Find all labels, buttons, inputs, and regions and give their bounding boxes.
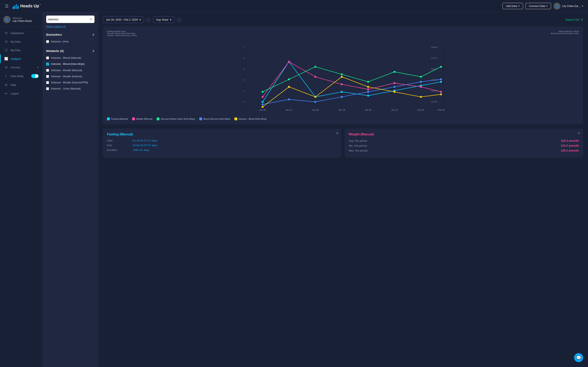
checkbox-ketones-blood-manual[interactable]: Ketones - Blood (Manual) [46,55,95,61]
chart-legend: ✓ Fasting (Manual) ✓ Weight (Manual) ✓ G… [107,115,579,120]
svg-point-48 [288,86,290,88]
weight-max-label: Max. this period [349,149,367,152]
ketones-blood-keto-mojo-label: Ketones - Blood (Keto-Mojo) [51,62,85,66]
checkbox-ketones-breath-manual[interactable]: Ketones - Breath (Manual) [46,67,95,73]
svg-text:1: 1 [243,90,244,92]
chart-container: Fasting (Manual), days Glucose:Ketone In… [103,26,583,124]
search-input[interactable] [48,18,90,21]
divider-1 [46,30,95,31]
avg-button[interactable]: Avg: None ▾ [153,16,174,23]
chat-icon: 💬 [576,355,581,360]
sidebar-label-dashboard: Dashboard [11,32,39,35]
weight-card-title: Weight (Manual) [349,133,579,136]
legend-blood-glucose[interactable]: ✓ Blood Glucose (Keto-Mojo) [199,117,230,120]
sidebar-item-dashboard[interactable]: ⊙ Dashboard [0,29,43,37]
sidebar-welcome: 👤 Welcome Lily Chien-Davis [0,12,43,27]
svg-text:Feb 01: Feb 01 [417,109,424,111]
search-clear-icon[interactable]: ✕ [90,17,92,21]
legend-weight[interactable]: ✓ Weight (Manual) [132,117,153,120]
svg-text:129.05: 129.05 [431,47,437,48]
fasting-duration-value: 168h 0m days [133,149,149,151]
export-csv-button[interactable]: Export CSV ⬇ [566,18,583,21]
svg-point-29 [420,86,422,88]
sidebar-label-help: Help [11,83,39,86]
logout-icon: ↩ [4,92,8,95]
connect-data-button[interactable]: Connect Data ▾ [526,3,551,9]
checkbox-ketones-breath-ketonix[interactable]: Ketones - Breath (Ketonix) [46,73,95,80]
search-panel: ✕ Reset markers (5) Biomarkers ∧ Ketones… [43,12,98,367]
sidebar-item-help[interactable]: ⊙ Help [0,81,43,89]
account-chevron: ▾ [37,66,39,69]
svg-text:122.55: 122.55 [431,100,437,103]
sidebar-item-my-data[interactable]: ⊙ My Data [0,37,43,46]
metabolic-title: Metabolic (4) [46,49,64,53]
sidebar-label-analyzer: Analyzer [11,57,39,60]
weight-max-value: 128.4 pounds [561,149,579,152]
avg-text: Avg: None [156,18,168,21]
svg-text:Jan 30: Jan 30 [365,109,371,111]
hamburger-icon[interactable]: ☰ [5,4,9,8]
legend-gki[interactable]: ✓ Glucose:Ketone Index (Keto-Mojo) [156,117,195,120]
user-area[interactable]: 👤 Lily Chien-Da... ▾ [553,3,583,9]
svg-text:3: 3 [243,79,244,81]
nav-left: ☰ Heads Up™ [5,3,41,9]
fasting-duration-row: Duration: 168h 0m days [107,149,337,151]
toolbar: Jan 26, 2020 - Feb 2, 2020 ▾ i Avg: None… [103,16,583,23]
fasting-end-row: End: 02-02-20 07:47 days [107,144,337,147]
dark-mode-toggle[interactable] [31,74,39,78]
sidebar-label-my-files: My Files [11,49,39,52]
weight-card-close[interactable]: ✕ [578,131,580,135]
logo-tm: ™ [39,4,41,6]
welcome-greet: Welcome [13,17,32,19]
checkbox-ketones-breath-ketonixppm[interactable]: Ketones - Breath (KetonixPPM) [46,80,95,86]
svg-text:Jan 29: Jan 29 [338,109,345,111]
ketones-urine-manual-checkbox[interactable] [46,87,49,90]
svg-point-42 [341,96,343,98]
my-data-icon: ⊙ [4,40,8,43]
sidebar-item-account[interactable]: ⊙ Account ▾ [0,63,43,72]
ketones-blood-manual-checkbox[interactable] [46,57,49,59]
weight-card: ✕ Weight (Manual) Avg. this period 125.4… [345,128,583,158]
checkbox-ketones-urine-manual[interactable]: Ketones - Urine (Manual) [46,86,95,92]
svg-text:Feb 02: Feb 02 [438,109,444,111]
date-picker-button[interactable]: Jan 26, 2020 - Feb 2, 2020 ▾ [103,16,144,23]
checkbox-ketones-blood-keto-mojo[interactable]: Ketones - Blood (Keto-Mojo) [46,61,95,67]
ketones-urine-checkbox[interactable] [46,40,49,43]
legend-ketones-blood[interactable]: ✓ Ketones - Blood (Keto-Mojo) [234,117,267,120]
ketones-breath-manual-checkbox[interactable] [46,69,49,72]
add-data-button[interactable]: Add Data ▾ [502,3,523,9]
svg-text:4: 4 [243,68,244,70]
fasting-start-label: Start: [107,139,131,142]
logo-bar-1 [13,7,14,9]
sidebar-item-analyzer[interactable]: 📈 Analyzer [0,54,43,63]
ketones-breath-ketonixppm-checkbox[interactable] [46,81,49,84]
svg-point-22 [440,81,442,83]
chat-bubble[interactable]: 💬 [574,353,583,362]
fasting-end-value: 02-02-20 07:47 days [133,144,157,147]
svg-point-32 [288,78,290,80]
metabolic-section-header[interactable]: Metabolic (4) ∧ [46,49,95,53]
main-content: Jan 26, 2020 - Feb 2, 2020 ▾ i Avg: None… [98,12,588,367]
sidebar-item-logout[interactable]: ↩ Logout [0,89,43,98]
avg-info-icon[interactable]: i [177,18,181,22]
svg-text:7: 7 [243,47,244,48]
svg-point-54 [440,93,442,95]
biomarkers-title: Biomarkers [46,33,62,36]
date-picker-chevron: ▾ [139,18,141,21]
date-info-icon[interactable]: i [146,18,150,22]
biomarkers-chevron: ∧ [92,33,95,36]
avg-chevron: ▾ [170,18,172,21]
reset-markers-link[interactable]: Reset markers (5) [46,25,95,28]
export-label: Export CSV [566,18,580,21]
checkbox-ketones-urine[interactable]: Ketones, Urine [46,39,95,45]
svg-point-27 [367,88,369,90]
legend-fasting[interactable]: ✓ Fasting (Manual) [107,117,128,120]
fasting-card-close[interactable]: ✕ [336,131,338,135]
weight-min-value: 123.2 pounds [561,144,579,147]
biomarkers-section-header[interactable]: Biomarkers ∧ [46,33,95,36]
sidebar-item-my-files[interactable]: ☐ My Files [0,46,43,54]
svg-point-50 [341,76,343,78]
ketones-breath-ketonix-checkbox[interactable] [46,75,49,78]
ketones-blood-keto-mojo-checkbox[interactable] [46,63,49,66]
svg-point-25 [314,76,316,78]
